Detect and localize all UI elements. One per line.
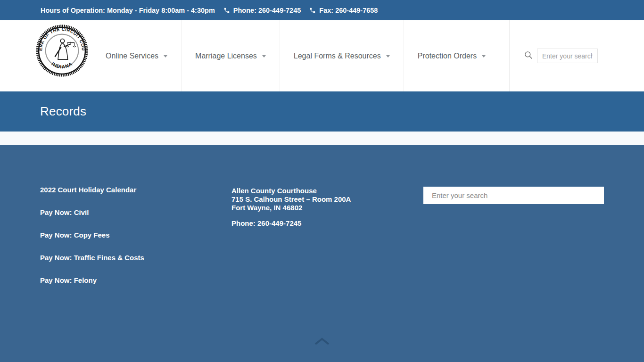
topbar: Hours of Operation: Monday - Friday 8:00… xyxy=(0,0,644,20)
chevron-down-icon xyxy=(386,55,390,58)
address-line-3: Fort Wayne, IN 46802 xyxy=(231,204,423,212)
footer-phone: Phone: 260-449-7245 xyxy=(231,219,423,227)
nav-item-label: Marriage Licenses xyxy=(195,52,257,60)
nav-item-label: Protection Orders xyxy=(418,52,477,60)
court-seal-logo[interactable]: CLERK OF THE CIRCUIT COURT INDIANA xyxy=(35,24,89,77)
footer-links-column: 2022 Court Holiday Calendar Pay Now: Civ… xyxy=(40,187,231,300)
footer-address-column: Allen County Courthouse 715 S. Calhoun S… xyxy=(231,187,423,300)
address-line-2: 715 S. Calhoun Street – Room 200A xyxy=(231,195,423,204)
nav-item-label: Legal Forms & Resources xyxy=(294,52,381,60)
footer: 2022 Court Holiday Calendar Pay Now: Civ… xyxy=(0,145,644,325)
address-line-1: Allen County Courthouse xyxy=(231,187,423,195)
topbar-fax: Fax: 260-449-7658 xyxy=(309,7,378,14)
footer-link[interactable]: Pay Now: Copy Fees xyxy=(40,232,231,239)
nav-item[interactable]: Protection Orders xyxy=(404,20,499,91)
phone-icon xyxy=(309,7,316,14)
hours-of-operation-text: Hours of Operation: Monday - Friday 8:00… xyxy=(41,7,215,14)
nav-item[interactable]: Legal Forms & Resources xyxy=(280,20,404,91)
footer-search-column xyxy=(423,187,604,300)
footer-link[interactable]: 2022 Court Holiday Calendar xyxy=(40,187,231,193)
nav-item-label: Online Services xyxy=(106,52,158,60)
footer-link[interactable]: Pay Now: Felony xyxy=(40,277,231,284)
chevron-down-icon xyxy=(482,55,486,58)
chevron-down-icon xyxy=(164,55,167,58)
header-search-input[interactable] xyxy=(537,49,598,63)
nav-item[interactable]: Marriage Licenses xyxy=(181,20,280,91)
topbar-phone-label: Phone: 260-449-7245 xyxy=(233,7,301,14)
header-search-area xyxy=(509,20,644,91)
footer-link[interactable]: Pay Now: Civil xyxy=(40,209,231,216)
chevron-down-icon xyxy=(262,55,266,58)
footer-link[interactable]: Pay Now: Traffic Fines & Costs xyxy=(40,255,231,261)
back-to-top-button[interactable] xyxy=(314,337,330,347)
footer-bottom-bar xyxy=(0,325,644,362)
content-area xyxy=(0,132,644,145)
topbar-phone: Phone: 260-449-7245 xyxy=(223,7,301,14)
page-title: Records xyxy=(40,104,86,119)
site-header: CLERK OF THE CIRCUIT COURT INDIANA xyxy=(0,20,644,91)
phone-icon xyxy=(223,7,230,14)
search-icon[interactable] xyxy=(524,50,533,62)
footer-search-input[interactable] xyxy=(423,187,604,204)
page-title-banner: Records xyxy=(0,91,644,132)
topbar-fax-label: Fax: 260-449-7658 xyxy=(319,7,378,14)
main-nav: Online Services Marriage Licenses Legal … xyxy=(92,20,499,91)
nav-item[interactable]: Online Services xyxy=(92,20,181,91)
